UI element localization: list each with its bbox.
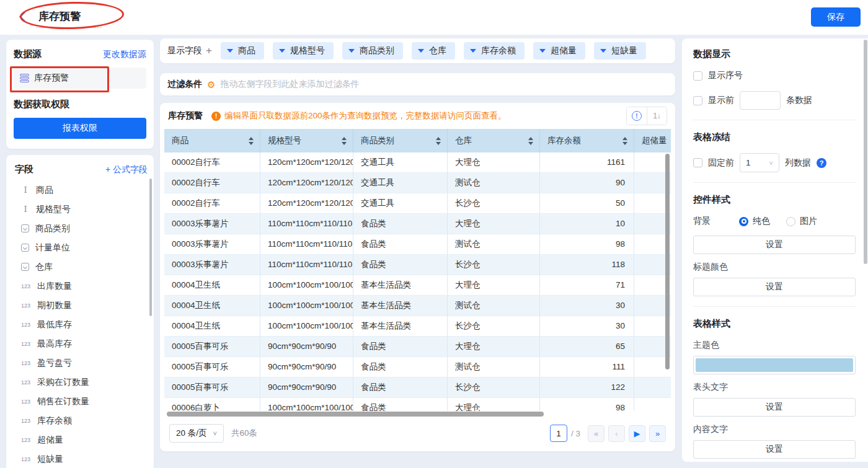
table-card: 库存预警 ! 编辑界面只取数据源前200条作为查询数据预览，完整数据请访问页面查… (160, 103, 675, 451)
title-color-set-button[interactable]: 设置 (693, 278, 856, 296)
title-color-label: 标题颜色 (693, 262, 856, 273)
divider (693, 306, 856, 307)
display-field-chip[interactable]: 短缺量 (594, 42, 646, 60)
field-item[interactable]: 仓库 (15, 257, 148, 276)
table-cell: 65 (540, 337, 634, 357)
first-page-button[interactable]: « (588, 425, 604, 442)
field-item[interactable]: 计量单位 (15, 238, 148, 257)
field-item[interactable]: 123超储量 (15, 430, 148, 449)
sort-icon[interactable] (342, 137, 347, 145)
add-formula-field-link[interactable]: + 公式字段 (105, 164, 148, 175)
field-label: 超储量 (37, 435, 63, 446)
gear-icon[interactable]: ⚙ (207, 80, 215, 89)
top-bar: 库存预警 保存 (0, 0, 868, 35)
column-header[interactable]: 商品类别 (353, 129, 448, 152)
chip-label: 库存余额 (481, 45, 516, 56)
header-text-set-button[interactable]: 设置 (693, 398, 856, 417)
table-cell: 00005百事可乐 (164, 337, 260, 357)
show-top-checkbox[interactable] (693, 96, 702, 105)
display-field-chip[interactable]: 仓库 (412, 42, 455, 60)
table-horizontal-scrollbar[interactable] (167, 412, 544, 417)
widget-style-title: 控件样式 (693, 194, 856, 206)
sort-button[interactable]: 1↓ (647, 107, 666, 125)
chip-label: 商品 (238, 45, 255, 56)
column-header[interactable]: 库存余额 (540, 129, 634, 152)
column-header[interactable]: 仓库 (448, 129, 540, 152)
current-page-input[interactable] (550, 425, 567, 442)
column-header-label: 库存余额 (547, 135, 581, 146)
table-vertical-scrollbar[interactable] (665, 154, 670, 369)
page-scrollbar[interactable] (864, 40, 867, 264)
field-item[interactable]: 123短缺量 (15, 449, 148, 468)
table-row: 00003乐事薯片110cm*110cm*110/110食品类长沙仓118 (164, 255, 671, 275)
content-text-set-button[interactable]: 设置 (693, 440, 856, 459)
table-cell: 110cm*110cm*110/110 (260, 214, 353, 234)
column-header[interactable]: 超储量 (634, 129, 671, 152)
table-cell: 00002自行车 (164, 193, 260, 214)
solid-color-radio[interactable]: 纯色 (739, 216, 770, 227)
back-icon[interactable] (16, 10, 30, 24)
database-icon (20, 74, 29, 82)
table-cell: 食品类 (353, 214, 448, 234)
filter-label: 过滤条件 (167, 79, 202, 90)
image-radio[interactable]: 图片 (786, 216, 817, 227)
last-page-button[interactable]: » (649, 425, 666, 442)
field-item[interactable]: 123最高库存 (15, 334, 148, 353)
show-top-count-input[interactable] (740, 91, 781, 110)
table-cell: 长沙仓 (448, 193, 540, 214)
fields-scrollbar[interactable] (149, 179, 152, 316)
sort-icon[interactable] (249, 137, 254, 145)
select-field-icon (21, 263, 29, 271)
datasource-title: 数据源 (14, 48, 42, 60)
report-permission-button[interactable]: 报表权限 (14, 118, 146, 139)
display-field-chip[interactable]: 库存余额 (464, 42, 525, 60)
field-item[interactable]: 123最低库存 (15, 315, 148, 334)
field-item[interactable]: 123销售在订数量 (15, 392, 148, 411)
freeze-checkbox[interactable] (693, 158, 702, 167)
field-item[interactable]: 123期初数量 (15, 296, 148, 315)
field-item[interactable]: 123盈亏盘亏 (15, 353, 148, 373)
table-cell: 基本生活品类 (353, 275, 448, 296)
column-header-label: 超储量 (642, 135, 667, 146)
field-item[interactable]: 商品类别 (15, 219, 148, 238)
theme-color-picker[interactable] (693, 356, 856, 374)
page-title[interactable]: 库存预警 (36, 9, 102, 28)
field-item[interactable]: 123出库数量 (15, 276, 148, 296)
help-icon[interactable]: ? (817, 158, 826, 168)
fields-title: 字段 (15, 164, 33, 175)
filter-dropzone-placeholder[interactable]: 拖动左侧字段到此处来添加过滤条件 (220, 79, 359, 90)
datasource-item[interactable]: 库存预警 (14, 68, 146, 89)
table-row: 00006白萝卜100cm*100cm*100/100食品类大理仓98 (164, 398, 671, 411)
field-label: 销售在订数量 (37, 396, 89, 407)
table-notice: 编辑界面只取数据源前200条作为查询数据预览，完整数据请访问页面查看。 (224, 110, 507, 121)
prev-page-button[interactable]: ‹ (608, 425, 625, 442)
table-cell: 测试仓 (448, 357, 540, 377)
page-size-select[interactable]: 20 条/页 ˅ (169, 424, 224, 443)
background-set-button[interactable]: 设置 (693, 236, 856, 254)
field-item[interactable]: I规格型号 (15, 200, 148, 219)
display-field-chip[interactable]: 规格型号 (273, 42, 334, 60)
sort-icon[interactable] (436, 137, 441, 145)
field-label: 商品 (36, 185, 53, 196)
add-field-icon[interactable]: + (206, 45, 212, 57)
field-item[interactable]: I商品 (15, 180, 148, 200)
change-datasource-link[interactable]: 更改数据源 (103, 49, 146, 60)
show-index-checkbox[interactable] (693, 71, 702, 81)
info-button[interactable]: ! (627, 107, 647, 125)
freeze-count-select[interactable]: 1 ˅ (740, 153, 779, 172)
column-header[interactable]: 商品 (164, 129, 260, 152)
display-field-chip[interactable]: 商品 (221, 42, 264, 60)
field-item[interactable]: 123采购在订数量 (15, 373, 148, 392)
table-cell: 交通工具 (353, 193, 448, 214)
sort-icon[interactable] (528, 137, 533, 145)
display-field-chip[interactable]: 超储量 (533, 42, 585, 60)
table-cell: 交通工具 (353, 173, 448, 193)
sort-icon[interactable] (622, 137, 627, 145)
display-field-chip[interactable]: 商品类别 (342, 42, 403, 60)
save-button[interactable]: 保存 (811, 7, 861, 27)
table-cell: 00002自行车 (164, 173, 260, 193)
table-cell: 118 (540, 255, 634, 275)
next-page-button[interactable]: ▶ (629, 425, 645, 442)
field-item[interactable]: 123库存余额 (15, 411, 148, 430)
column-header[interactable]: 规格型号 (260, 129, 353, 152)
